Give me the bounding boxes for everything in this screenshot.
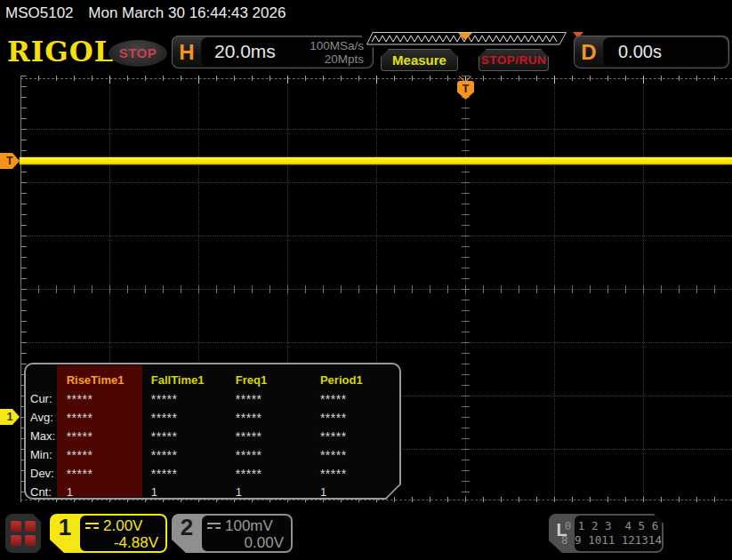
cell-value: ***** <box>315 392 399 406</box>
timebase-box[interactable]: 20.0ms 100MSa/s 20Mpts <box>202 38 371 66</box>
logic-row-2: 8 9 1011 12131415 <box>561 533 675 548</box>
cell-value: ***** <box>146 467 230 481</box>
gridline-horizontal <box>20 129 732 130</box>
logic-channels-block[interactable]: L 0 1 2 3 4 5 6 7 8 9 1011 12131415 <box>549 514 664 553</box>
measure-button[interactable]: Measure <box>381 49 458 71</box>
cell-value: ***** <box>315 429 399 444</box>
channel1-scale: 2.00V <box>103 517 142 534</box>
logic-row-1: 0 1 2 3 4 5 6 7 <box>565 519 672 533</box>
channel1-offset: -4.88V <box>85 534 158 551</box>
cell-value: 1 <box>61 485 146 499</box>
cell-value: ***** <box>146 448 230 462</box>
channel1-number: 1 <box>50 514 80 540</box>
cell-value: ***** <box>315 467 399 481</box>
channel1-offset-marker[interactable]: 1 <box>0 409 20 425</box>
acquisition-info: 100MSa/s 20Mpts <box>310 39 364 66</box>
row-label: Max: <box>26 429 61 443</box>
stop-run-button[interactable]: STOP/RUN <box>479 49 549 71</box>
cell-value: ***** <box>61 392 146 406</box>
measure-row-cur: Cur: ***** ***** ***** ***** <box>26 389 399 408</box>
measure-row-dev: Dev: ***** ***** ***** ***** <box>26 464 399 483</box>
trigger-level-marker[interactable]: T <box>0 153 20 169</box>
cell-value: ***** <box>315 411 399 425</box>
oscilloscope-screen: MSO5102 Mon March 30 16:44:43 2026 RIGOL… <box>0 0 732 560</box>
menu-grid-icon[interactable] <box>5 514 41 553</box>
menu-square-icon <box>11 535 21 546</box>
row-label: Dev: <box>26 467 61 480</box>
cell-value: ***** <box>315 448 399 462</box>
menu-square-icon <box>25 535 36 546</box>
cell-value: ***** <box>230 429 315 444</box>
gridline-horizontal <box>20 182 732 183</box>
horizontal-label: H <box>172 40 202 65</box>
cell-value: ***** <box>61 429 146 444</box>
measure-row-cnt: Cnt: 1 1 1 1 <box>26 483 399 501</box>
horizontal-position-bar[interactable] <box>366 32 567 45</box>
sample-rate: 100MSa/s <box>310 39 364 52</box>
measure-row-max: Max: ***** ***** ***** ***** <box>26 427 399 445</box>
delay-box[interactable]: 0.00s <box>604 38 727 66</box>
status-bar: MSO5102 Mon March 30 16:44:43 2026 <box>5 4 286 22</box>
channel1-block[interactable]: 1 2.00V -4.88V <box>50 514 167 553</box>
graticule-center-horizontal-ticks <box>20 285 732 293</box>
cell-value: ***** <box>230 467 315 481</box>
menu-square-icon <box>25 521 36 532</box>
measure-column-freq1[interactable]: Freq1 <box>230 373 315 387</box>
channel2-scale: 100mV <box>225 517 273 534</box>
model-name: MSO5102 <box>5 4 74 21</box>
cell-value: ***** <box>230 448 315 462</box>
datetime: Mon March 30 16:44:43 2026 <box>88 4 286 21</box>
gridline-horizontal <box>20 342 732 343</box>
gridline-horizontal <box>20 236 732 236</box>
cell-value: ***** <box>61 448 146 462</box>
measure-row-min: Min: ***** ***** ***** ***** <box>26 445 399 464</box>
memory-depth: 20Mpts <box>325 52 364 66</box>
row-label: Avg: <box>26 411 61 424</box>
channel2-number: 2 <box>172 514 202 540</box>
channel2-offset: 0.00V <box>207 534 284 551</box>
measurement-table[interactable]: RiseTime1 FallTime1 Freq1 Period1 Cur: *… <box>24 363 401 500</box>
cell-value: ***** <box>146 429 230 444</box>
cell-value: ***** <box>230 392 315 406</box>
rigol-logo: RIGOL <box>7 36 115 68</box>
cell-value: 1 <box>146 485 230 499</box>
run-state-badge: STOP <box>109 40 167 67</box>
delay-label: D <box>574 40 604 65</box>
cell-value: ***** <box>61 467 146 481</box>
measure-row-avg: Avg: ***** ***** ***** ***** <box>26 408 399 427</box>
measure-column-period1[interactable]: Period1 <box>315 373 399 387</box>
channel2-block[interactable]: 2 100mV 0.00V <box>172 514 293 553</box>
channel1-waveform-trace <box>20 157 732 164</box>
measure-header-row: RiseTime1 FallTime1 Freq1 Period1 <box>26 371 399 389</box>
logic-channel-list: 0 1 2 3 4 5 6 7 8 9 1011 12131415 <box>575 516 662 551</box>
cell-value: ***** <box>146 392 230 406</box>
measure-column-risetime1[interactable]: RiseTime1 <box>61 373 146 387</box>
horizontal-panel[interactable]: H 20.0ms 100MSa/s 20Mpts <box>172 36 374 68</box>
row-label: Cnt: <box>26 485 61 499</box>
dc-coupling-icon <box>207 523 221 529</box>
graticule-top-major-ticks <box>20 76 732 84</box>
cell-value: ***** <box>230 411 315 425</box>
cell-value: 1 <box>230 485 315 499</box>
row-label: Cur: <box>26 392 61 405</box>
row-label: Min: <box>26 448 61 461</box>
menu-square-icon <box>11 521 21 532</box>
delay-value: 0.00s <box>618 42 662 62</box>
timebase-value: 20.0ms <box>214 41 276 62</box>
measure-column-falltime1[interactable]: FallTime1 <box>146 373 230 387</box>
horizontal-position-waveform-icon <box>366 32 567 45</box>
dc-coupling-icon <box>85 523 99 529</box>
cell-value: ***** <box>146 411 230 425</box>
delay-panel[interactable]: D 0.00s <box>574 36 729 68</box>
cell-value: ***** <box>61 411 146 425</box>
